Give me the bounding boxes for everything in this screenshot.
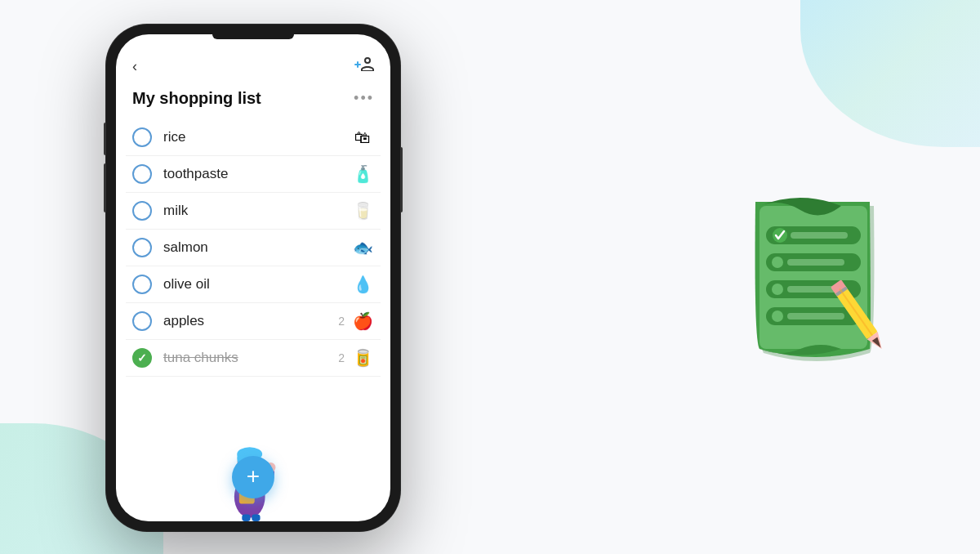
item-name: olive oil <box>163 276 345 293</box>
checkbox[interactable] <box>132 127 152 147</box>
phone-screen: ‹ My shopping list ••• rice🛍toothpaste🧴m… <box>116 34 390 521</box>
checkbox[interactable] <box>132 164 152 184</box>
item-name: milk <box>163 203 345 219</box>
svg-rect-23 <box>787 313 844 319</box>
item-name: apples <box>163 313 338 329</box>
add-user-button[interactable] <box>354 56 374 78</box>
more-button[interactable]: ••• <box>354 90 374 107</box>
phone-button-left2 <box>104 163 106 212</box>
phone-button-right <box>400 147 403 212</box>
fab-add-button[interactable]: + <box>232 456 274 498</box>
back-button[interactable]: ‹ <box>132 58 137 75</box>
phone-wrapper: ‹ My shopping list ••• rice🛍toothpaste🧴m… <box>106 25 400 531</box>
fab-plus-icon: + <box>247 465 260 488</box>
svg-rect-9 <box>242 514 250 521</box>
list-item[interactable]: salmon🐟 <box>126 230 381 266</box>
svg-point-19 <box>772 284 783 295</box>
phone-frame: ‹ My shopping list ••• rice🛍toothpaste🧴m… <box>106 25 400 531</box>
item-name: rice <box>163 129 345 145</box>
bg-blob-top-right <box>800 0 980 147</box>
list-item[interactable]: toothpaste🧴 <box>126 156 381 193</box>
svg-point-22 <box>772 311 783 322</box>
item-name: tuna chunks <box>163 350 338 366</box>
phone-button-left <box>104 123 106 155</box>
svg-rect-17 <box>787 259 844 266</box>
checkbox[interactable] <box>132 311 152 331</box>
checkbox[interactable] <box>132 275 152 294</box>
item-count: 2 <box>338 351 345 364</box>
checkbox[interactable] <box>132 348 152 368</box>
list-item[interactable]: apples2🍎 <box>126 303 381 340</box>
item-name: salmon <box>163 239 345 256</box>
app-header: ‹ <box>116 41 390 86</box>
title-row: My shopping list ••• <box>116 86 390 119</box>
svg-rect-10 <box>252 514 260 521</box>
list-title: My shopping list <box>132 89 261 108</box>
item-emoji: 💧 <box>351 275 374 294</box>
item-emoji: 🧴 <box>351 164 374 184</box>
item-emoji: 🥛 <box>351 201 374 221</box>
item-emoji: 🐟 <box>351 238 374 257</box>
list-item[interactable]: tuna chunks2🥫 <box>126 340 381 377</box>
checkbox[interactable] <box>132 238 152 257</box>
checklist-icon-svg <box>735 181 898 369</box>
svg-point-16 <box>772 257 783 268</box>
phone-notch <box>212 34 294 39</box>
add-user-icon <box>354 56 374 74</box>
item-emoji: 🥫 <box>351 348 374 368</box>
list-item[interactable]: olive oil💧 <box>126 266 381 303</box>
svg-rect-14 <box>791 232 848 239</box>
item-emoji: 🛍 <box>351 128 374 147</box>
item-name: toothpaste <box>163 166 345 182</box>
item-count: 2 <box>338 315 345 328</box>
right-section <box>735 181 898 373</box>
checkbox[interactable] <box>132 201 152 221</box>
shopping-list: rice🛍toothpaste🧴milk🥛salmon🐟olive oil💧ap… <box>116 119 390 377</box>
item-emoji: 🍎 <box>351 311 374 331</box>
list-item[interactable]: milk🥛 <box>126 193 381 230</box>
list-item[interactable]: rice🛍 <box>126 119 381 156</box>
